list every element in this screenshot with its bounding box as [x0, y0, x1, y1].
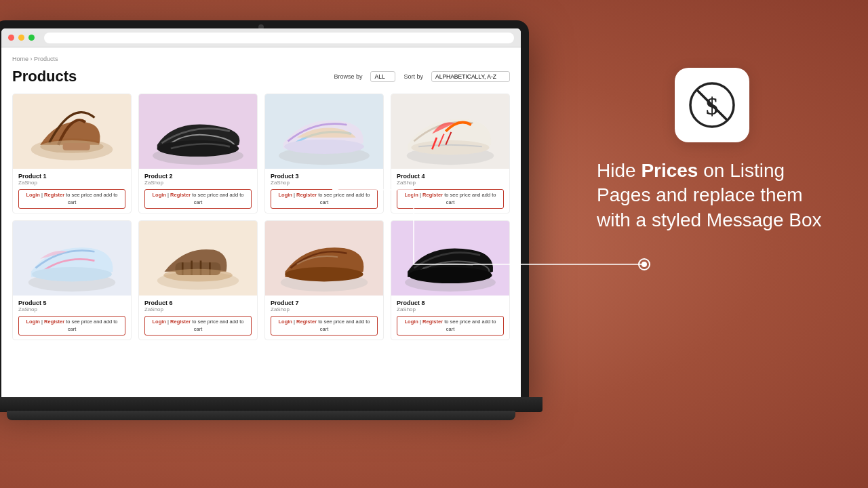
- breadcrumb-current: Products: [34, 56, 58, 62]
- product-info-8: Product 8 ZaShop Login | Register to see…: [391, 296, 509, 340]
- register-link-5[interactable]: Register: [44, 319, 64, 325]
- product-info-6: Product 6 ZaShop Login | Register to see…: [139, 296, 257, 340]
- register-link-2[interactable]: Register: [170, 192, 191, 198]
- browser-chrome: [1, 28, 521, 47]
- product-image-8: [391, 221, 509, 296]
- product-info-5: Product 5 ZaShop Login | Register to see…: [13, 296, 131, 340]
- product-name-7: Product 7: [271, 300, 378, 306]
- annotation-prices: Prices: [641, 160, 698, 181]
- product-info-7: Product 7 ZaShop Login | Register to see…: [265, 296, 383, 340]
- product-info-3: Product 3 ZaShop Login | Register to see…: [265, 169, 383, 213]
- laptop-screen-outer: Home › Products Products Browse by ALL: [0, 20, 529, 400]
- product-card: Product 3 ZaShop Login | Register to see…: [264, 94, 384, 214]
- login-register-btn-8[interactable]: Login | Register to see price and add to…: [397, 316, 504, 336]
- no-price-icon: $: [688, 81, 736, 129]
- login-link-6[interactable]: Login: [153, 319, 166, 325]
- product-shop-7: ZaShop: [271, 306, 378, 312]
- laptop-base: [0, 397, 542, 412]
- product-name-4: Product 4: [397, 173, 504, 180]
- svg-point-16: [163, 269, 233, 282]
- browse-select[interactable]: ALL: [370, 71, 395, 82]
- svg-point-18: [285, 267, 363, 281]
- product-card: Product 6 ZaShop Login | Register to see…: [138, 220, 258, 340]
- product-card: Product 2 ZaShop Login | Register to see…: [138, 94, 258, 214]
- annotation-hide: Hide: [597, 160, 636, 181]
- product-shop-5: ZaShop: [18, 306, 125, 312]
- login-register-btn-5[interactable]: Login | Register to see price and add to…: [18, 316, 125, 336]
- login-register-btn-6[interactable]: Login | Register to see price and add to…: [144, 316, 252, 336]
- product-shop-2: ZaShop: [144, 180, 252, 186]
- login-link-4[interactable]: Login: [405, 192, 418, 198]
- product-image-6: [139, 221, 257, 296]
- register-link-6[interactable]: Register: [170, 319, 191, 325]
- laptop-bottom: [7, 411, 515, 420]
- register-link-3[interactable]: Register: [296, 192, 317, 198]
- product-card: Product 5 ZaShop Login | Register to see…: [12, 220, 132, 340]
- product-info-4: Product 4 ZaShop Login | Register to see…: [391, 169, 509, 213]
- login-register-btn-4[interactable]: Login | Register to see price and add to…: [397, 189, 504, 209]
- product-shop-8: ZaShop: [397, 306, 504, 312]
- store-content: Home › Products Products Browse by ALL: [1, 47, 521, 400]
- svg-point-4: [157, 140, 239, 157]
- svg-point-2: [40, 140, 104, 153]
- register-link-1[interactable]: Register: [44, 192, 64, 198]
- sort-select-wrapper: ALPHABETICALLY, A-Z: [431, 71, 510, 82]
- breadcrumb: Home › Products: [12, 56, 510, 62]
- product-card: Product 7 ZaShop Login | Register to see…: [264, 220, 384, 340]
- sort-select[interactable]: ALPHABETICALLY, A-Z: [431, 71, 510, 82]
- annotation-section: $ Hide Prices on Listing Pages and repla…: [597, 68, 827, 232]
- login-link-1[interactable]: Login: [26, 192, 40, 198]
- product-image-7: [265, 221, 383, 296]
- product-name-2: Product 2: [144, 173, 252, 180]
- filter-bar: Browse by ALL Sort by ALPHABETICALLY, A-…: [334, 71, 510, 82]
- login-link-8[interactable]: Login: [405, 319, 418, 325]
- icon-box: $: [675, 68, 749, 142]
- login-register-btn-2[interactable]: Login | Register to see price and add to…: [144, 189, 252, 209]
- product-name-3: Product 3: [271, 173, 378, 180]
- product-shop-4: ZaShop: [397, 180, 504, 186]
- svg-point-8: [411, 140, 489, 155]
- sort-label: Sort by: [403, 73, 423, 80]
- product-name-8: Product 8: [397, 300, 504, 306]
- product-card: Product 4 ZaShop Login | Register to see…: [391, 94, 510, 214]
- product-info-2: Product 2 ZaShop Login | Register to see…: [139, 169, 257, 213]
- page-header: Products Browse by ALL Sort by ALPHABETI…: [12, 68, 510, 85]
- login-register-btn-7[interactable]: Login | Register to see price and add to…: [271, 316, 378, 336]
- login-link-5[interactable]: Login: [26, 319, 40, 325]
- login-link-3[interactable]: Login: [279, 192, 292, 198]
- svg-point-6: [284, 140, 364, 154]
- register-link-7[interactable]: Register: [296, 319, 317, 325]
- login-link-7[interactable]: Login: [279, 319, 292, 325]
- product-card: Product 8 ZaShop Login | Register to see…: [391, 220, 510, 340]
- register-link-8[interactable]: Register: [422, 319, 443, 325]
- svg-point-13: [32, 267, 112, 281]
- page-title: Products: [12, 68, 77, 85]
- laptop: Home › Products Products Browse by ALL: [0, 20, 542, 488]
- product-grid: Product 1 ZaShop Login | Register to see…: [12, 94, 510, 340]
- product-image-2: [139, 94, 257, 169]
- product-image-1: [13, 94, 131, 169]
- product-image-5: [13, 221, 131, 296]
- product-shop-3: ZaShop: [271, 180, 378, 186]
- url-bar: [44, 33, 514, 43]
- maximize-dot: [28, 35, 35, 41]
- product-name-5: Product 5: [18, 300, 125, 306]
- svg-point-20: [408, 267, 492, 283]
- annotation-text: Hide Prices on Listing Pages and replace…: [597, 159, 827, 232]
- login-register-btn-3[interactable]: Login | Register to see price and add to…: [271, 189, 378, 209]
- product-image-4: [391, 94, 509, 169]
- product-image-3: [265, 94, 383, 169]
- login-register-btn-1[interactable]: Login | Register to see price and add to…: [18, 189, 125, 209]
- product-info-1: Product 1 ZaShop Login | Register to see…: [13, 169, 131, 213]
- browse-label: Browse by: [334, 73, 362, 80]
- breadcrumb-home[interactable]: Home: [12, 56, 28, 62]
- product-shop-1: ZaShop: [18, 180, 125, 186]
- close-dot: [8, 35, 14, 41]
- product-name-6: Product 6: [144, 300, 252, 306]
- register-link-4[interactable]: Register: [422, 192, 443, 198]
- laptop-screen: Home › Products Products Browse by ALL: [1, 28, 521, 400]
- product-shop-6: ZaShop: [144, 306, 252, 312]
- minimize-dot: [18, 35, 24, 41]
- login-link-2[interactable]: Login: [153, 192, 166, 198]
- product-card: Product 1 ZaShop Login | Register to see…: [12, 94, 132, 214]
